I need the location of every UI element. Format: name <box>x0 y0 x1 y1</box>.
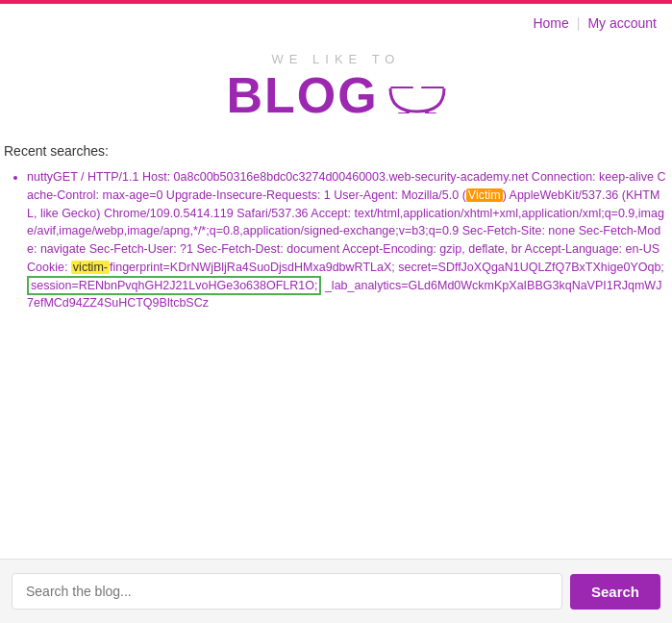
victim-highlight-yellow: victim- <box>71 261 110 274</box>
content-area: Recent searches: nuttyGET / HTTP/1.1 Hos… <box>0 143 672 312</box>
search-result-list: nuttyGET / HTTP/1.1 Host: 0a8c00b50316e8… <box>4 168 668 312</box>
svg-rect-1 <box>421 87 444 88</box>
item-middle2: fingerprint=KDrNWjBljRa4SuoDjsdHMxa9dbwR… <box>27 261 664 311</box>
logo-top-text: WE LIKE TO <box>272 52 401 66</box>
svg-rect-0 <box>390 87 413 88</box>
logo-blog-row: BLOG <box>226 66 445 124</box>
victim-highlight-orange: Victim <box>466 188 503 202</box>
logo-area: WE LIKE TO BLOG <box>0 52 672 124</box>
recent-searches-label: Recent searches: <box>4 143 668 159</box>
nav-bar: Home | My account <box>0 4 672 42</box>
search-input[interactable] <box>12 573 562 610</box>
home-link[interactable]: Home <box>533 15 568 31</box>
svg-rect-5 <box>425 112 436 113</box>
blog-icon <box>388 77 446 113</box>
search-bar-area: Search <box>0 559 672 623</box>
nav-separator: | <box>577 15 581 31</box>
my-account-link[interactable]: My account <box>587 15 657 31</box>
session-highlight-green: session=RENbnPvqhGH2J21LvoHGe3o638OFLR1O… <box>27 276 321 295</box>
svg-rect-4 <box>398 112 410 113</box>
list-item: nuttyGET / HTTP/1.1 Host: 0a8c00b50316e8… <box>27 168 668 312</box>
search-button[interactable]: Search <box>570 574 660 610</box>
logo-blog-text: BLOG <box>226 66 378 124</box>
